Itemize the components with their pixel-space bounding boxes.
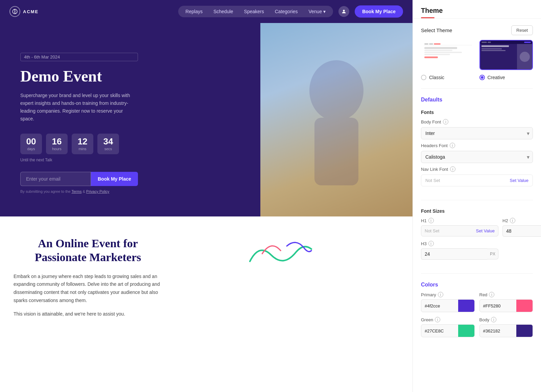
h3-input-row: PX <box>421 248 498 260</box>
panel-title: Theme <box>421 7 533 15</box>
headers-font-select[interactable]: Calistoga <box>421 151 533 163</box>
logo-icon <box>9 6 20 17</box>
terms-link[interactable]: Terms <box>71 189 81 193</box>
headers-font-info-icon[interactable]: i <box>450 143 455 148</box>
body-hex: #362182 <box>480 326 517 336</box>
terms-text: By submitting you agree to the Terms & P… <box>20 189 138 193</box>
headers-font-label: Headers Font i <box>421 143 455 148</box>
body-font-label: Body Font i <box>421 119 448 124</box>
nav-schedule[interactable]: Schedule <box>209 7 238 16</box>
lower-section: An Online Event for Passionate Marketers… <box>0 216 413 391</box>
svg-point-1 <box>343 10 345 11</box>
h1-info-icon[interactable]: i <box>428 218 434 223</box>
body-swatch[interactable] <box>516 325 533 337</box>
body-font-row: Body Font i <box>421 119 533 124</box>
lower-graphic <box>162 237 399 271</box>
font-sizes-section: Font Sizes H1 i Not Set Set Value <box>421 208 533 260</box>
hero-content: 4th - 6th Mar 2024 Demo Event Supercharg… <box>0 23 151 216</box>
h3-size-item: H3 i PX <box>421 241 498 260</box>
theme-card-classic[interactable] <box>421 40 475 70</box>
primary-swatch[interactable] <box>458 300 474 312</box>
theme-radio-classic[interactable]: Classic <box>421 75 475 80</box>
divider-2 <box>421 200 533 200</box>
book-my-place-nav-button[interactable]: Book My Place <box>355 5 403 18</box>
h1-set-value[interactable]: Set Value <box>476 228 495 233</box>
svg-rect-3 <box>314 118 358 185</box>
defaults-title: Defaults <box>421 97 533 103</box>
body-input-row: #362182 <box>479 324 533 337</box>
nav-venue[interactable]: Venue ▾ <box>304 7 330 16</box>
select-theme-section: Select Theme Reset <box>421 25 533 80</box>
navbar: ACME Replays Schedule Speakers Categorie… <box>0 0 413 23</box>
select-theme-header: Select Theme Reset <box>421 25 533 35</box>
defaults-section: Defaults <box>421 97 533 103</box>
nav-font-row: Not Set Set Value <box>421 175 533 186</box>
event-date: 4th - 6th Mar 2024 <box>20 53 138 61</box>
countdown-timer: 00 days 16 hours 12 mins 34 secs <box>20 134 138 154</box>
green-info-icon[interactable]: i <box>435 317 440 322</box>
privacy-link[interactable]: Privacy Policy <box>86 189 109 193</box>
nav-replays[interactable]: Replays <box>181 7 208 16</box>
svg-point-2 <box>309 60 363 121</box>
select-theme-label: Select Theme <box>421 27 452 33</box>
book-my-place-hero-button[interactable]: Book My Place <box>91 172 138 186</box>
reset-button[interactable]: Reset <box>511 25 533 35</box>
primary-hex: #4f2cce <box>421 301 458 311</box>
primary-label: Primary i <box>421 292 475 297</box>
nav-link-font-row: Nav Link Font i <box>421 166 533 172</box>
body-color-info-icon[interactable]: i <box>491 317 496 322</box>
primary-info-icon[interactable]: i <box>438 292 443 297</box>
nav-font-set-value[interactable]: Set Value <box>510 178 528 183</box>
divider-3 <box>421 273 533 274</box>
headers-font-row: Headers Font i <box>421 143 533 148</box>
user-avatar-icon[interactable] <box>338 6 349 17</box>
red-info-icon[interactable]: i <box>489 292 494 297</box>
countdown-hours: 16 hours <box>46 134 68 154</box>
body-font-select[interactable]: Inter <box>421 127 533 139</box>
divider-1 <box>421 88 533 89</box>
h2-input[interactable] <box>502 225 541 237</box>
nav-link-font-info-icon[interactable]: i <box>450 166 455 172</box>
h1-size-item: H1 i Not Set Set Value <box>421 218 498 237</box>
font-sizes-title: Font Sizes <box>421 208 533 214</box>
nav-icons <box>338 6 349 17</box>
theme-creative-preview <box>480 41 533 69</box>
until-next-talk: Until the next Talk <box>20 158 138 162</box>
nav-font-not-set: Not Set <box>425 178 440 183</box>
nav-categories[interactable]: Categories <box>270 7 303 16</box>
lower-title: An Online Event for Passionate Marketers <box>14 237 162 264</box>
h2-input-row: PX <box>502 225 541 237</box>
logo-text: ACME <box>23 9 39 14</box>
radio-classic-circle <box>421 75 426 80</box>
primary-input-row: #4f2cce <box>421 299 475 312</box>
green-swatch[interactable] <box>458 325 474 337</box>
red-swatch[interactable] <box>516 300 533 312</box>
hero-section: 4th - 6th Mar 2024 Demo Event Supercharg… <box>0 23 413 216</box>
email-input[interactable] <box>20 172 91 186</box>
headers-font-select-wrapper: Calistoga ▾ <box>421 151 533 163</box>
hero-image <box>260 23 413 216</box>
color-primary: Primary i #4f2cce <box>421 292 475 312</box>
right-panel: Theme Select Theme Reset <box>413 0 541 392</box>
lower-description-2: This vision is attainable, and we're her… <box>14 310 162 318</box>
body-font-select-wrapper: Inter ▾ <box>421 127 533 139</box>
h3-info-icon[interactable]: i <box>428 241 434 246</box>
theme-classic-preview <box>422 41 474 69</box>
countdown-days: 00 days <box>20 134 42 154</box>
theme-classic-label: Classic <box>429 75 444 80</box>
nav-speakers[interactable]: Speakers <box>239 7 269 16</box>
theme-radio-creative[interactable]: Creative <box>479 75 533 80</box>
body-font-info-icon[interactable]: i <box>443 119 448 124</box>
colors-section: Colors Primary i #4f2cce Red <box>421 282 533 337</box>
fonts-section: Fonts Body Font i Inter ▾ Headers Font i <box>421 110 533 186</box>
theme-card-creative[interactable] <box>479 40 533 70</box>
lower-description-1: Embark on a journey where each step lead… <box>14 273 162 305</box>
h2-info-icon[interactable]: i <box>510 218 515 223</box>
email-form: Book My Place <box>20 172 138 186</box>
nav-links: Replays Schedule Speakers Categories Ven… <box>178 6 333 17</box>
red-hex: #FF5280 <box>480 301 517 311</box>
countdown-mins: 12 mins <box>72 134 93 154</box>
h3-input[interactable] <box>421 248 487 260</box>
theme-options <box>421 40 533 70</box>
red-label: Red i <box>479 292 533 297</box>
